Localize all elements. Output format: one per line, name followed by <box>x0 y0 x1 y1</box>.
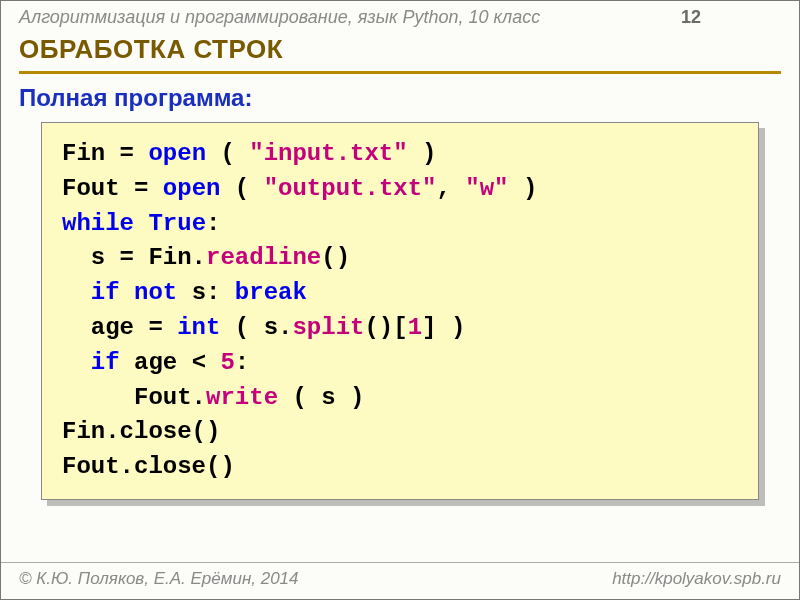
page-number: 12 <box>681 7 701 28</box>
section-title: ОБРАБОТКА СТРОК <box>19 34 781 74</box>
code-line: age = int ( s.split()[1] ) <box>62 314 465 341</box>
code-block: Fin = open ( "input.txt" ) Fout = open (… <box>41 122 759 500</box>
code-line: s = Fin.readline() <box>62 244 350 271</box>
footer-url: http://kpolyakov.spb.ru <box>612 569 781 589</box>
code-line: Fout.write ( s ) <box>62 384 364 411</box>
code-line: Fout.close() <box>62 453 235 480</box>
slide-footer: © К.Ю. Поляков, Е.А. Ерёмин, 2014 http:/… <box>1 562 799 599</box>
sub-title: Полная программа: <box>19 84 781 112</box>
copyright: © К.Ю. Поляков, Е.А. Ерёмин, 2014 <box>19 569 299 589</box>
code-line: if age < 5: <box>62 349 249 376</box>
code-line: if not s: break <box>62 279 307 306</box>
course-title: Алгоритмизация и программирование, язык … <box>19 7 681 28</box>
slide-header: Алгоритмизация и программирование, язык … <box>1 1 799 30</box>
code-line: Fin.close() <box>62 418 220 445</box>
code-line: Fin = open ( "input.txt" ) <box>62 140 437 167</box>
code-line: Fout = open ( "output.txt", "w" ) <box>62 175 537 202</box>
code-line: while True: <box>62 210 220 237</box>
